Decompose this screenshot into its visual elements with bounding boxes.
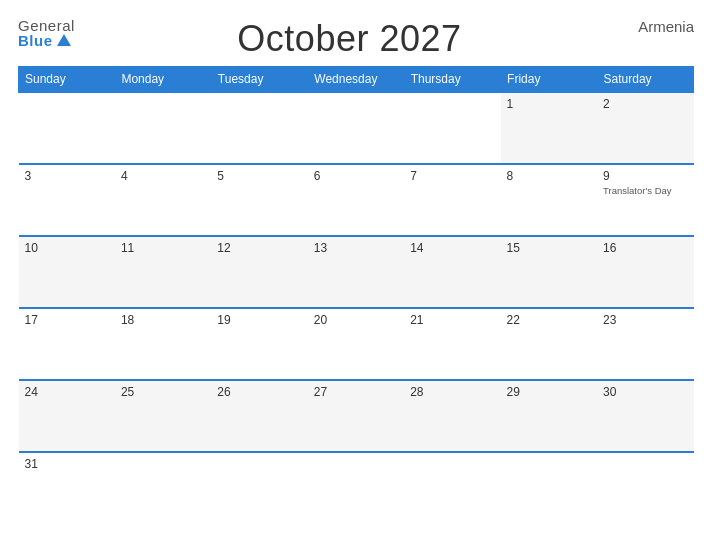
day-number: 31 — [25, 457, 109, 471]
calendar-cell: 28 — [404, 380, 500, 452]
day-number: 8 — [507, 169, 591, 183]
calendar-cell: 20 — [308, 308, 404, 380]
country-label: Armenia — [624, 18, 694, 35]
day-number: 25 — [121, 385, 205, 399]
day-number: 28 — [410, 385, 494, 399]
calendar-cell: 3 — [19, 164, 115, 236]
logo-triangle-icon — [57, 34, 71, 46]
logo-blue-text: Blue — [18, 33, 71, 48]
calendar-cell — [211, 92, 307, 164]
day-number: 4 — [121, 169, 205, 183]
calendar-cell: 11 — [115, 236, 211, 308]
calendar-cell: 30 — [597, 380, 693, 452]
calendar-cell: 8 — [501, 164, 597, 236]
calendar-cell: 14 — [404, 236, 500, 308]
weekday-header-friday: Friday — [501, 67, 597, 93]
calendar-cell: 15 — [501, 236, 597, 308]
calendar-week-row: 17181920212223 — [19, 308, 694, 380]
weekday-header-wednesday: Wednesday — [308, 67, 404, 93]
day-number: 24 — [25, 385, 109, 399]
calendar-cell — [501, 452, 597, 512]
calendar-week-row: 24252627282930 — [19, 380, 694, 452]
day-number: 2 — [603, 97, 687, 111]
logo-general-text: General — [18, 18, 75, 33]
calendar-cell — [308, 452, 404, 512]
calendar-cell: 10 — [19, 236, 115, 308]
weekday-header-thursday: Thursday — [404, 67, 500, 93]
calendar-cell: 13 — [308, 236, 404, 308]
calendar-cell-empty — [19, 92, 115, 164]
day-number: 26 — [217, 385, 301, 399]
calendar-cell: 19 — [211, 308, 307, 380]
calendar-cell: 4 — [115, 164, 211, 236]
calendar-cell — [597, 452, 693, 512]
calendar-cell: 18 — [115, 308, 211, 380]
day-number: 16 — [603, 241, 687, 255]
calendar-cell: 31 — [19, 452, 115, 512]
calendar-cell: 22 — [501, 308, 597, 380]
day-number: 7 — [410, 169, 494, 183]
day-number: 12 — [217, 241, 301, 255]
calendar-week-row: 12 — [19, 92, 694, 164]
day-number: 30 — [603, 385, 687, 399]
calendar-cell: 26 — [211, 380, 307, 452]
day-event: Translator's Day — [603, 185, 687, 197]
calendar-cell: 9Translator's Day — [597, 164, 693, 236]
calendar-cell: 5 — [211, 164, 307, 236]
day-number: 20 — [314, 313, 398, 327]
day-number: 10 — [25, 241, 109, 255]
day-number: 27 — [314, 385, 398, 399]
calendar-cell — [404, 92, 500, 164]
calendar-cell: 24 — [19, 380, 115, 452]
calendar-header: SundayMondayTuesdayWednesdayThursdayFrid… — [19, 67, 694, 93]
day-number: 9 — [603, 169, 687, 183]
day-number: 15 — [507, 241, 591, 255]
day-number: 6 — [314, 169, 398, 183]
weekday-header-sunday: Sunday — [19, 67, 115, 93]
day-number: 22 — [507, 313, 591, 327]
calendar-week-row: 10111213141516 — [19, 236, 694, 308]
calendar-cell — [115, 452, 211, 512]
calendar-body: 123456789Translator's Day101112131415161… — [19, 92, 694, 512]
calendar-cell: 25 — [115, 380, 211, 452]
calendar-table: SundayMondayTuesdayWednesdayThursdayFrid… — [18, 66, 694, 512]
calendar-container: General Blue October 2027 Armenia Sunday… — [0, 0, 712, 550]
weekday-header-tuesday: Tuesday — [211, 67, 307, 93]
day-number: 23 — [603, 313, 687, 327]
day-number: 17 — [25, 313, 109, 327]
calendar-cell: 27 — [308, 380, 404, 452]
day-number: 14 — [410, 241, 494, 255]
day-number: 5 — [217, 169, 301, 183]
calendar-cell — [115, 92, 211, 164]
calendar-cell: 21 — [404, 308, 500, 380]
header: General Blue October 2027 Armenia — [18, 18, 694, 60]
day-number: 3 — [25, 169, 109, 183]
weekday-header-row: SundayMondayTuesdayWednesdayThursdayFrid… — [19, 67, 694, 93]
calendar-cell: 2 — [597, 92, 693, 164]
calendar-cell: 7 — [404, 164, 500, 236]
calendar-title: October 2027 — [75, 18, 624, 60]
day-number: 29 — [507, 385, 591, 399]
calendar-cell: 6 — [308, 164, 404, 236]
day-number: 19 — [217, 313, 301, 327]
calendar-cell: 1 — [501, 92, 597, 164]
calendar-cell: 29 — [501, 380, 597, 452]
calendar-cell: 16 — [597, 236, 693, 308]
calendar-cell: 12 — [211, 236, 307, 308]
calendar-cell — [211, 452, 307, 512]
day-number: 18 — [121, 313, 205, 327]
calendar-cell — [308, 92, 404, 164]
day-number: 21 — [410, 313, 494, 327]
calendar-week-row: 31 — [19, 452, 694, 512]
calendar-cell: 23 — [597, 308, 693, 380]
calendar-cell: 17 — [19, 308, 115, 380]
logo: General Blue — [18, 18, 75, 48]
calendar-week-row: 3456789Translator's Day — [19, 164, 694, 236]
weekday-header-monday: Monday — [115, 67, 211, 93]
calendar-cell — [404, 452, 500, 512]
day-number: 1 — [507, 97, 591, 111]
weekday-header-saturday: Saturday — [597, 67, 693, 93]
day-number: 11 — [121, 241, 205, 255]
day-number: 13 — [314, 241, 398, 255]
